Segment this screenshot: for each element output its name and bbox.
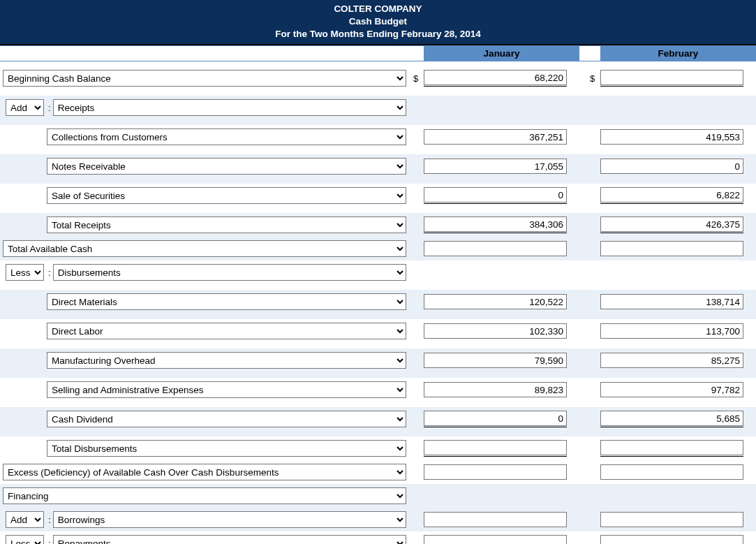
input-sga-feb[interactable] [600, 382, 743, 397]
report-period: For the Two Months Ending February 28, 2… [0, 28, 756, 43]
input-total-avail-jan[interactable] [424, 241, 567, 256]
report-title: Cash Budget [0, 15, 756, 28]
input-total-receipts-feb[interactable] [600, 216, 743, 232]
input-notes-jan[interactable] [424, 159, 567, 174]
row-repayments: Less : Repayments [0, 531, 756, 544]
op-select-add-borrow[interactable]: Add [6, 511, 44, 528]
line-select-receipts[interactable]: Receipts [53, 99, 406, 116]
input-dm-jan[interactable] [424, 294, 567, 309]
line-select-div[interactable]: Cash Dividend [47, 411, 406, 427]
input-moh-jan[interactable] [424, 353, 567, 368]
input-total-disb-feb[interactable] [600, 440, 743, 455]
row-notes: Notes Receivable [0, 154, 756, 178]
budget-table: January February Beginning Cash Balance … [0, 45, 756, 544]
line-select-dl[interactable]: Direct Labor [47, 323, 406, 339]
dollar-sign: $ [590, 66, 600, 90]
line-select-beginning[interactable]: Beginning Cash Balance [3, 70, 406, 87]
input-repay-feb[interactable] [600, 535, 743, 544]
row-excess: Excess (Deficiency) of Available Cash Ov… [0, 460, 756, 484]
row-collections: Collections from Customers [0, 125, 756, 149]
line-select-moh[interactable]: Manufacturing Overhead [47, 352, 406, 369]
op-select-add-receipts[interactable]: Add [6, 99, 44, 116]
input-div-jan[interactable] [424, 411, 567, 426]
input-excess-feb[interactable] [600, 464, 743, 480]
line-select-disbursements[interactable]: Disbursements [53, 264, 406, 281]
input-total-disb-jan[interactable] [424, 440, 567, 455]
row-dl: Direct Labor [0, 319, 756, 343]
input-total-receipts-jan[interactable] [424, 216, 567, 232]
input-excess-jan[interactable] [424, 464, 567, 480]
input-sga-jan[interactable] [424, 382, 567, 397]
line-select-repayments[interactable]: Repayments [53, 535, 406, 544]
input-div-feb[interactable] [600, 411, 743, 426]
company-name: COLTER COMPANY [0, 0, 756, 15]
line-select-total-disb[interactable]: Total Disbursements [47, 440, 406, 457]
row-financing: Financing [0, 484, 756, 508]
input-repay-jan[interactable] [424, 535, 567, 544]
month-header-row: January February [0, 45, 756, 61]
input-notes-feb[interactable] [600, 159, 743, 174]
month-jan: January [424, 45, 579, 61]
row-receipts-header: Add : Receipts [0, 96, 756, 119]
row-total-avail: Total Available Cash [0, 237, 756, 260]
input-dl-feb[interactable] [600, 323, 743, 339]
input-total-avail-feb[interactable] [600, 241, 743, 256]
op-select-less-disb[interactable]: Less [6, 264, 44, 281]
input-collections-feb[interactable] [600, 129, 743, 145]
input-collections-jan[interactable] [424, 129, 567, 145]
line-select-borrowings[interactable]: Borrowings [53, 511, 406, 528]
row-moh: Manufacturing Overhead [0, 348, 756, 372]
line-select-financing[interactable]: Financing [3, 487, 406, 504]
line-select-sga[interactable]: Selling and Administrative Expenses [47, 381, 406, 398]
line-select-notes[interactable]: Notes Receivable [47, 158, 406, 175]
row-borrowings: Add : Borrowings [0, 508, 756, 531]
op-select-less-repay[interactable]: Less [6, 535, 44, 544]
row-disbursements-header: Less : Disbursements [0, 260, 756, 284]
report-header: COLTER COMPANY Cash Budget For the Two M… [0, 0, 756, 45]
dollar-sign: $ [413, 66, 424, 90]
line-select-dm[interactable]: Direct Materials [47, 293, 406, 310]
row-sga: Selling and Administrative Expenses [0, 378, 756, 402]
input-beginning-jan[interactable] [424, 70, 567, 85]
input-sale-sec-feb[interactable] [600, 187, 743, 203]
row-total-disb: Total Disbursements [0, 436, 756, 460]
line-select-sale-sec[interactable]: Sale of Securities [47, 187, 406, 204]
input-dm-feb[interactable] [600, 294, 743, 309]
input-moh-feb[interactable] [600, 353, 743, 368]
input-sale-sec-jan[interactable] [424, 187, 567, 203]
row-total-receipts: Total Receipts [0, 213, 756, 237]
row-beginning: Beginning Cash Balance $ $ [0, 66, 756, 90]
line-select-collections[interactable]: Collections from Customers [47, 128, 406, 145]
input-dl-jan[interactable] [424, 323, 567, 339]
input-beginning-feb[interactable] [600, 70, 743, 85]
line-select-total-avail[interactable]: Total Available Cash [3, 240, 406, 257]
row-sale-sec: Sale of Securities [0, 184, 756, 207]
line-select-excess[interactable]: Excess (Deficiency) of Available Cash Ov… [3, 464, 406, 480]
month-feb: February [600, 45, 756, 61]
input-borrow-jan[interactable] [424, 512, 567, 527]
row-div: Cash Dividend [0, 407, 756, 431]
line-select-total-receipts[interactable]: Total Receipts [47, 216, 406, 233]
row-dm: Direct Materials [0, 290, 756, 314]
input-borrow-feb[interactable] [600, 512, 743, 527]
